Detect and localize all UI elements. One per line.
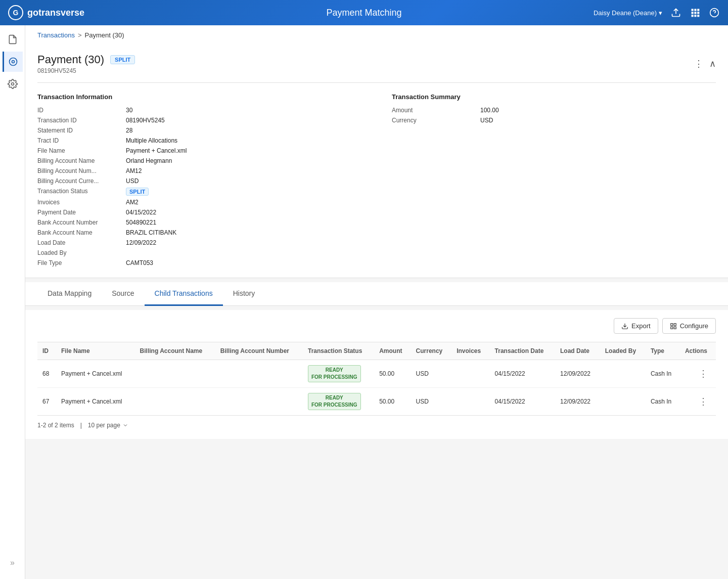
payment-title: Payment (30) <box>37 53 104 66</box>
tabs-container: Data MappingSourceChild TransactionsHist… <box>25 282 728 306</box>
info-label: Billing Account Num... <box>37 167 126 174</box>
info-label: Bank Account Number <box>37 219 126 226</box>
info-value: 504890221 <box>126 219 156 226</box>
configure-button[interactable]: Configure <box>662 318 716 334</box>
collapse-button[interactable]: ∧ <box>709 58 716 69</box>
logo: G gotransverse <box>8 5 84 20</box>
cell-billingAccountNumber <box>215 360 303 388</box>
info-value: AM2 <box>126 199 139 206</box>
pagination-summary: 1-2 of 2 items <box>37 422 74 429</box>
export-label: Export <box>631 322 651 330</box>
svg-rect-5 <box>694 12 696 14</box>
user-name: Daisy Deane (Deane) <box>594 9 657 17</box>
tab-child-transactions[interactable]: Child Transactions <box>145 282 223 306</box>
transaction-information-section: Transaction Information ID30Transaction … <box>37 93 361 270</box>
info-fields: ID30Transaction ID08190HV5245Statement I… <box>37 107 361 266</box>
cell-amount: 50.00 <box>374 388 411 416</box>
col-header-transactionStatus: Transaction Status <box>303 342 374 360</box>
info-label: Billing Account Curre... <box>37 177 126 185</box>
col-header-currency: Currency <box>411 342 452 360</box>
row-more-button[interactable]: ⋮ <box>696 367 711 380</box>
cell-transactionStatus: READYFOR PROCESSING <box>303 388 374 416</box>
info-label: File Type <box>37 259 126 266</box>
info-value: 08190HV5245 <box>126 117 165 124</box>
cell-loadedBy <box>600 360 646 388</box>
logo-text: gotransverse <box>27 8 84 18</box>
info-row: Payment Date04/15/2022 <box>37 209 361 216</box>
info-label: Transaction ID <box>37 117 126 124</box>
cell-actions: ⋮ <box>680 360 716 388</box>
info-row: Billing Account Curre...USD <box>37 177 361 185</box>
cell-fileName: Payment + Cancel.xml <box>56 360 135 388</box>
info-row: Billing Account Num...AM12 <box>37 167 361 174</box>
svg-rect-19 <box>670 327 672 329</box>
sidebar-item-payment-matching[interactable] <box>3 52 23 72</box>
user-dropdown-icon[interactable]: ▾ <box>659 9 662 17</box>
svg-rect-3 <box>697 9 699 11</box>
export-button[interactable]: Export <box>614 318 658 334</box>
cell-loadDate: 12/09/2022 <box>555 388 600 416</box>
table-header-row: IDFile NameBilling Account NameBilling A… <box>37 342 716 360</box>
info-value: 12/09/2022 <box>126 239 156 246</box>
help-icon[interactable] <box>709 7 720 18</box>
col-header-loadedBy: Loaded By <box>600 342 646 360</box>
info-value: Payment + Cancel.xml <box>126 147 187 154</box>
transaction-status-badge: SPLIT <box>126 188 149 196</box>
cell-type: Cash In <box>646 388 680 416</box>
tab-data-mapping[interactable]: Data Mapping <box>37 282 102 306</box>
sidebar-expand-icon[interactable]: » <box>3 553 23 573</box>
row-more-button[interactable]: ⋮ <box>696 395 711 408</box>
info-label: Bank Account Name <box>37 229 126 236</box>
info-label: Invoices <box>37 199 126 206</box>
summary-row: Amount100.00 <box>392 107 716 114</box>
nav-right: Daisy Deane (Deane) ▾ <box>594 7 720 18</box>
more-options-button[interactable]: ⋮ <box>694 58 703 69</box>
info-row: ID30 <box>37 107 361 114</box>
svg-rect-17 <box>674 323 676 325</box>
per-page-selector[interactable]: 10 per page <box>88 422 128 429</box>
user-menu[interactable]: Daisy Deane (Deane) ▾ <box>594 9 662 17</box>
breadcrumb-parent[interactable]: Transactions <box>37 31 75 39</box>
grid-icon[interactable] <box>690 7 701 18</box>
logo-icon: G <box>8 5 23 20</box>
cell-billingAccountName <box>135 360 215 388</box>
info-row: Statement ID28 <box>37 127 361 134</box>
col-header-billingAccountNumber: Billing Account Number <box>215 342 303 360</box>
info-row: Load Date12/09/2022 <box>37 239 361 246</box>
pagination: 1-2 of 2 items | 10 per page <box>37 416 716 431</box>
summary-label: Currency <box>392 117 480 124</box>
cell-transactionDate: 04/15/2022 <box>490 388 555 416</box>
info-value: Orland Hegmann <box>126 157 172 164</box>
status-ready-badge: READYFOR PROCESSING <box>308 393 361 410</box>
info-value: BRAZIL CITIBANK <box>126 229 176 236</box>
upload-icon[interactable] <box>670 7 681 18</box>
cell-amount: 50.00 <box>374 360 411 388</box>
svg-point-13 <box>12 61 15 63</box>
summary-row: CurrencyUSD <box>392 117 716 124</box>
svg-rect-18 <box>674 327 676 329</box>
child-transactions-table: IDFile NameBilling Account NameBilling A… <box>37 342 716 416</box>
svg-rect-16 <box>670 323 672 325</box>
col-header-type: Type <box>646 342 680 360</box>
info-value: CAMT053 <box>126 259 153 266</box>
info-value: 28 <box>126 127 132 134</box>
payment-header-actions: ⋮ ∧ <box>694 58 716 69</box>
sidebar-item-settings[interactable] <box>3 74 23 94</box>
configure-label: Configure <box>680 322 708 330</box>
info-row: Bank Account NameBRAZIL CITIBANK <box>37 229 361 236</box>
tabs: Data MappingSourceChild TransactionsHist… <box>37 282 716 305</box>
transaction-info: Transaction Information ID30Transaction … <box>37 93 716 270</box>
tab-history[interactable]: History <box>223 282 265 306</box>
svg-point-14 <box>11 83 14 85</box>
payment-subtitle: 08190HV5245 <box>37 67 135 74</box>
per-page-label: 10 per page <box>88 422 120 429</box>
sidebar-item-document[interactable] <box>3 29 23 50</box>
cell-loadedBy <box>600 388 646 416</box>
col-header-transactionDate: Transaction Date <box>490 342 555 360</box>
tab-source[interactable]: Source <box>102 282 144 306</box>
transaction-summary-heading: Transaction Summary <box>392 93 716 101</box>
left-sidebar: » <box>0 25 25 579</box>
cell-fileName: Payment + Cancel.xml <box>56 388 135 416</box>
info-row: Bank Account Number504890221 <box>37 219 361 226</box>
info-row: InvoicesAM2 <box>37 199 361 206</box>
